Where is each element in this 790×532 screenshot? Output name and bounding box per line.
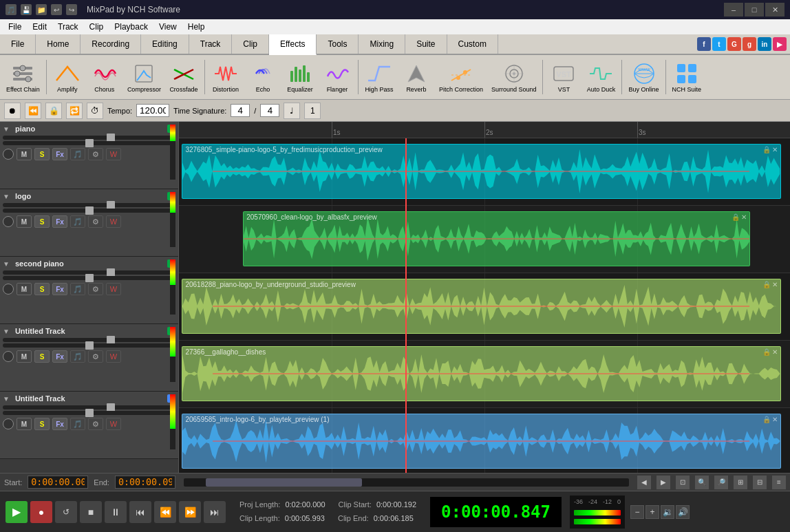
track-pan-thumb-0[interactable]	[85, 139, 94, 147]
track-m-btn-1[interactable]: M	[17, 215, 32, 228]
fast-forward-button[interactable]: ⏩	[179, 501, 201, 523]
social-icon-4[interactable]: in	[758, 37, 771, 51]
toolbar-auto-duck[interactable]: Auto Duck	[583, 57, 619, 97]
menu-view[interactable]: View	[153, 21, 182, 33]
zoom-in-btn[interactable]: 🔍	[695, 476, 709, 489]
menu-playback[interactable]: Playback	[109, 21, 153, 33]
track-pan-fader-0[interactable]	[3, 141, 175, 145]
vol-down-btn[interactable]: 🔉	[661, 505, 674, 519]
toolbar-buy-online[interactable]: wwwBuy Online	[625, 57, 662, 97]
clip-icon-🔒-0[interactable]: 🔒	[762, 146, 771, 153]
zoom-out-bottom-btn[interactable]: −	[630, 505, 644, 519]
to-end-button[interactable]: ⏭	[204, 501, 226, 523]
view-btn[interactable]: ≡	[772, 476, 786, 489]
metronome-btn[interactable]: ♩	[284, 103, 300, 119]
scroll-right-btn[interactable]: ▶	[656, 476, 670, 489]
clip-3[interactable]: 27366__gallagho__dishes🔒✕	[182, 346, 780, 401]
menu-file[interactable]: File	[3, 21, 27, 33]
track-arm-btn-2[interactable]	[3, 284, 14, 295]
time-sig-num-input[interactable]	[231, 104, 250, 117]
track-arm-btn-1[interactable]	[3, 216, 14, 227]
menu-track[interactable]: Track	[52, 21, 84, 33]
social-icon-1[interactable]: t	[712, 37, 726, 51]
clip-4[interactable]: 20659585_intro-logo-6_by_playtek_preview…	[182, 414, 780, 469]
clip-icon-✕-3[interactable]: ✕	[772, 348, 778, 356]
track-lane-3[interactable]: 27366__gallagho__dishes🔒✕	[179, 341, 790, 408]
toolbar-high-pass[interactable]: High Pass	[361, 57, 397, 97]
track-m-btn-0[interactable]: M	[17, 148, 32, 160]
stop-button[interactable]: ■	[80, 501, 102, 523]
start-time-input[interactable]	[28, 476, 88, 489]
menu-edit[interactable]: Edit	[27, 21, 52, 33]
clip-1[interactable]: 20570960_clean-logo_by_albasfx_preview🔒✕	[243, 211, 750, 266]
loop-button[interactable]: ↺	[55, 501, 77, 523]
tab-home[interactable]: Home	[36, 34, 81, 54]
track-expand-4[interactable]: ▼	[3, 395, 10, 403]
loop-icon-btn[interactable]: 🔁	[66, 103, 83, 119]
track-lane-0[interactable]: 3276805_simple-piano-logo-5_by_fredimusi…	[179, 138, 790, 206]
tab-custom[interactable]: Custom	[447, 34, 498, 54]
redo-icon[interactable]: ↪	[66, 4, 77, 15]
track-s-btn-0[interactable]: S	[34, 148, 50, 160]
track-instrument-btn-4[interactable]: 🎵	[70, 418, 85, 430]
toolbar-effect-chain[interactable]: Effect Chain	[3, 57, 43, 97]
toolbar-flanger[interactable]: Flanger	[319, 57, 355, 97]
track-pan-fader-1[interactable]	[3, 209, 175, 213]
toolbar-nch-suite[interactable]: NCH Suite	[669, 57, 705, 97]
scrollbar-thumb[interactable]	[206, 478, 361, 487]
track-canvas[interactable]: 3276805_simple-piano-logo-5_by_fredimusi…	[179, 138, 790, 473]
clip-icon-✕-2[interactable]: ✕	[772, 281, 778, 288]
record-icon-btn[interactable]: ⏺	[4, 103, 21, 119]
toolbar-echo[interactable]: Echo	[245, 57, 281, 97]
track-lane-2[interactable]: 20618288_piano-logo_by_underground_studi…	[179, 273, 790, 341]
clip-icon-✕-0[interactable]: ✕	[772, 146, 778, 153]
track-expand-3[interactable]: ▼	[3, 328, 10, 335]
clip-0[interactable]: 3276805_simple-piano-logo-5_by_fredimusi…	[182, 144, 780, 199]
track-pan-fader-3[interactable]	[3, 343, 175, 348]
zoom-out-btn[interactable]: 🔎	[714, 476, 728, 489]
clip-icon-🔒-4[interactable]: 🔒	[762, 416, 771, 423]
track-arm-btn-4[interactable]	[3, 418, 14, 429]
track-s-btn-2[interactable]: S	[34, 283, 50, 295]
track-pan-thumb-1[interactable]	[85, 206, 94, 215]
snap-icon-btn[interactable]: 🔒	[45, 103, 62, 119]
track-s-btn-4[interactable]: S	[34, 418, 50, 430]
end-time-input[interactable]	[115, 476, 175, 489]
track-fx-btn-0[interactable]: Fx	[52, 148, 67, 160]
toolbar-surround-sound[interactable]: Surround Sound	[488, 57, 540, 97]
save-icon[interactable]: 📁	[36, 4, 47, 15]
clip-icon-🔒-1[interactable]: 🔒	[732, 213, 740, 221]
zoom-fit-btn[interactable]: ⊡	[676, 476, 690, 489]
track-pan-thumb-2[interactable]	[85, 274, 94, 282]
track-w-btn-4[interactable]: W	[106, 418, 121, 430]
maximize-button[interactable]: □	[745, 3, 764, 17]
time-sig-den-input[interactable]	[260, 104, 279, 117]
time-icon-btn[interactable]: ⏱	[87, 103, 103, 119]
floppy-icon[interactable]: 💾	[21, 4, 32, 15]
to-start-button[interactable]: ⏮	[129, 501, 151, 523]
pause-button[interactable]: ⏸	[105, 501, 127, 523]
tab-file[interactable]: File	[0, 34, 36, 54]
track-w-btn-1[interactable]: W	[106, 215, 121, 228]
toolbar-equalizer[interactable]: Equalizer	[282, 57, 318, 97]
tab-recording[interactable]: Recording	[81, 34, 141, 54]
rewind-icon-btn[interactable]: ⏪	[25, 103, 41, 119]
track-arm-btn-0[interactable]	[3, 149, 14, 160]
menu-clip[interactable]: Clip	[84, 21, 109, 33]
track-instrument-btn-3[interactable]: 🎵	[70, 350, 85, 363]
track-pan-fader-2[interactable]	[3, 276, 175, 280]
track-w-btn-2[interactable]: W	[106, 283, 121, 295]
rewind-button[interactable]: ⏪	[154, 501, 176, 523]
social-icon-0[interactable]: f	[697, 37, 711, 51]
tempo-input[interactable]	[136, 104, 169, 117]
track-fx-btn-3[interactable]: Fx	[52, 350, 67, 363]
menu-help[interactable]: Help	[182, 21, 211, 33]
tab-tools[interactable]: Tools	[317, 34, 359, 54]
tab-suite[interactable]: Suite	[405, 34, 447, 54]
toolbar-vst[interactable]: VSTVST	[546, 57, 581, 97]
tab-clip[interactable]: Clip	[232, 34, 269, 54]
track-instrument-btn-0[interactable]: 🎵	[70, 148, 85, 160]
track-settings-btn-3[interactable]: ⚙	[88, 350, 103, 363]
track-fx-btn-2[interactable]: Fx	[52, 283, 67, 295]
track-w-btn-3[interactable]: W	[106, 350, 121, 363]
